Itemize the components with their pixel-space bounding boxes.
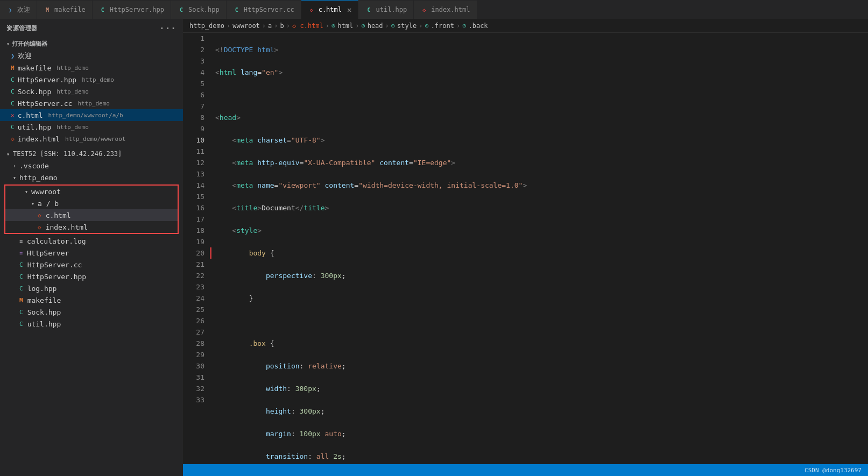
ln-16: 16 bbox=[183, 202, 204, 214]
tab-util-hpp[interactable]: C util.hpp bbox=[358, 0, 414, 19]
status-bar: CSDN @dong132697 bbox=[183, 464, 868, 476]
httpserver-cc-icon: C bbox=[11, 100, 15, 107]
tab-icon-util-hpp: C bbox=[365, 6, 372, 13]
ln-30: 30 bbox=[183, 360, 204, 372]
calculator-log-label: calculator.log bbox=[27, 237, 86, 245]
tree-sock-hpp[interactable]: C Sock.hpp bbox=[0, 306, 183, 318]
welcome-label: 欢迎 bbox=[18, 51, 32, 61]
tab-icon-makefile: M bbox=[44, 6, 51, 13]
tree-util-hpp[interactable]: C util.hpp bbox=[0, 318, 183, 330]
index-html-tree-label: index.html bbox=[46, 223, 88, 231]
open-file-makefile[interactable]: M makefile http_demo bbox=[0, 62, 183, 74]
sidebar-section-open-editors[interactable]: ▾ 打开的编辑器 bbox=[0, 38, 183, 50]
tab-icon-httpserver-cc: C bbox=[233, 6, 241, 13]
util-hpp-label: util.hpp bbox=[18, 123, 52, 131]
tree-log-hpp[interactable]: C log.hpp bbox=[0, 282, 183, 294]
tab-icon-welcome: ❯ bbox=[6, 6, 14, 13]
open-file-c-html[interactable]: ✕ c.html http_demo/wwwroot/a/b bbox=[0, 109, 183, 121]
tree-vscode[interactable]: › .vscode bbox=[0, 160, 183, 172]
calculator-log-icon: ≡ bbox=[19, 238, 23, 244]
vscode-arrow: › bbox=[13, 163, 16, 169]
tab-welcome[interactable]: ❯ 欢迎 bbox=[0, 0, 37, 19]
log-hpp-icon: C bbox=[19, 285, 23, 292]
tab-label-c-html: c.html bbox=[319, 6, 342, 13]
open-file-httpserver-hpp[interactable]: C HttpServer.hpp http_demo bbox=[0, 74, 183, 86]
sidebar-tree: ▾ 打开的编辑器 ❯ 欢迎 M makefile http_demo C Htt… bbox=[0, 38, 183, 476]
tree-c-html[interactable]: ◇ c.html bbox=[5, 209, 178, 221]
code-line-15: position: relative; bbox=[215, 360, 868, 372]
bc-chtml: ◇ c.html bbox=[292, 22, 323, 30]
code-content[interactable]: <!DOCTYPE html> <html lang="en"> <head> … bbox=[210, 33, 868, 464]
bc-html: html bbox=[337, 22, 353, 30]
ln-19: 19 bbox=[183, 236, 204, 247]
sidebar-dots[interactable]: ··· bbox=[159, 23, 177, 33]
tab-makefile[interactable]: M makefile bbox=[37, 0, 93, 19]
open-file-sock-hpp[interactable]: C Sock.hpp http_demo bbox=[0, 86, 183, 97]
code-line-11: perspective: 300px; bbox=[215, 270, 868, 281]
line-numbers: 1 2 3 4 5 6 7 8 9 10 11 12 13 14 15 16 1… bbox=[183, 33, 210, 464]
breadcrumb: http_demo › wwwroot › a › b › ◇ c.html ›… bbox=[183, 19, 868, 33]
open-file-util-hpp[interactable]: C util.hpp http_demo bbox=[0, 121, 183, 133]
ln-18: 18 bbox=[183, 225, 204, 236]
open-editors-label: 打开的编辑器 bbox=[12, 40, 47, 48]
code-editor[interactable]: 1 2 3 4 5 6 7 8 9 10 11 12 13 14 15 16 1… bbox=[183, 33, 868, 464]
ln-14: 14 bbox=[183, 180, 204, 191]
ln-25: 25 bbox=[183, 304, 204, 315]
ssh-arrow: ▾ bbox=[6, 151, 10, 157]
index-html-icon: ◇ bbox=[11, 136, 15, 143]
tree-wwwroot[interactable]: ▾ wwwroot bbox=[5, 186, 178, 197]
welcome-icon: ❯ bbox=[11, 52, 15, 60]
tab-httpserver-cc[interactable]: C HttpServer.cc bbox=[227, 0, 301, 19]
httpserver-bin-label: HttpServer bbox=[27, 249, 69, 257]
ln-28: 28 bbox=[183, 338, 204, 349]
bc-a: a bbox=[268, 22, 272, 30]
ln-1: 1 bbox=[183, 33, 204, 44]
bc-front-icon: ⊙ bbox=[425, 22, 428, 30]
tree-http-demo[interactable]: ▾ http_demo bbox=[0, 172, 183, 183]
code-line-6: <meta http-equiv="X-UA-Compatible" conte… bbox=[215, 157, 868, 168]
code-line-2: <html lang="en"> bbox=[215, 67, 868, 78]
tab-c-html[interactable]: ◇ c.html ✕ bbox=[301, 0, 359, 19]
tab-index-html[interactable]: ◇ index.html bbox=[414, 0, 477, 19]
open-file-welcome[interactable]: ❯ 欢迎 bbox=[0, 50, 183, 62]
sock-hpp-label: Sock.hpp bbox=[18, 88, 52, 96]
status-right: CSDN @dong132697 bbox=[805, 467, 862, 474]
code-line-4: <head> bbox=[215, 112, 868, 123]
makefile-tree-label: makefile bbox=[27, 296, 61, 304]
tab-label-httpserver-hpp: HttpServer.hpp bbox=[110, 6, 164, 13]
code-line-7: <meta name="viewport" content="width=dev… bbox=[215, 180, 868, 191]
tree-httpserver-hpp[interactable]: C HttpServer.hpp bbox=[0, 271, 183, 282]
tab-label-httpserver-cc: HttpServer.cc bbox=[244, 6, 294, 13]
tree-index-html[interactable]: ◇ index.html bbox=[5, 221, 178, 233]
main-layout: 资源管理器 ··· ▾ 打开的编辑器 ❯ 欢迎 M makefile http_… bbox=[0, 19, 868, 476]
httpserver-hpp-context: http_demo bbox=[82, 76, 114, 83]
tab-httpserver-hpp[interactable]: C HttpServer.hpp bbox=[93, 0, 171, 19]
tab-close-c-html[interactable]: ✕ bbox=[347, 6, 351, 13]
tab-bar: ❯ 欢迎 M makefile C HttpServer.hpp C Sock.… bbox=[0, 0, 868, 19]
open-file-httpserver-cc[interactable]: C HttpServer.cc http_demo bbox=[0, 97, 183, 109]
tab-label-index-html: index.html bbox=[431, 6, 470, 13]
httpserver-cc-label: HttpServer.cc bbox=[18, 100, 73, 108]
ab-arrow: ▾ bbox=[31, 201, 34, 207]
tab-label-util-hpp: util.hpp bbox=[376, 6, 407, 13]
tree-httpserver-cc[interactable]: C HttpServer.cc bbox=[0, 259, 183, 271]
code-line-16: width: 300px; bbox=[215, 383, 868, 394]
httpserver-hpp-icon: C bbox=[11, 76, 15, 83]
bc-back: .back bbox=[468, 22, 488, 30]
tab-icon-httpserver-hpp: C bbox=[99, 6, 107, 13]
open-file-index-html[interactable]: ◇ index.html http_demo/wwwroot bbox=[0, 133, 183, 145]
ab-label: a / b bbox=[38, 200, 59, 208]
ln-27: 27 bbox=[183, 326, 204, 338]
ssh-section[interactable]: ▾ TEST52 [SSH: 110.42.246.233] bbox=[0, 148, 183, 160]
tree-makefile[interactable]: M makefile bbox=[0, 294, 183, 306]
ln-33: 33 bbox=[183, 394, 204, 406]
code-line-17: height: 300px; bbox=[215, 406, 868, 417]
tree-httpserver-bin[interactable]: ≡ HttpServer bbox=[0, 247, 183, 259]
tree-calculator-log[interactable]: ≡ calculator.log bbox=[0, 235, 183, 247]
ln-29: 29 bbox=[183, 349, 204, 360]
sock-hpp-context: http_demo bbox=[57, 88, 89, 95]
tab-sock-hpp[interactable]: C Sock.hpp bbox=[171, 0, 227, 19]
http-demo-arrow: ▾ bbox=[13, 175, 16, 181]
tree-ab[interactable]: ▾ a / b bbox=[5, 197, 178, 209]
ln-15: 15 bbox=[183, 191, 204, 202]
